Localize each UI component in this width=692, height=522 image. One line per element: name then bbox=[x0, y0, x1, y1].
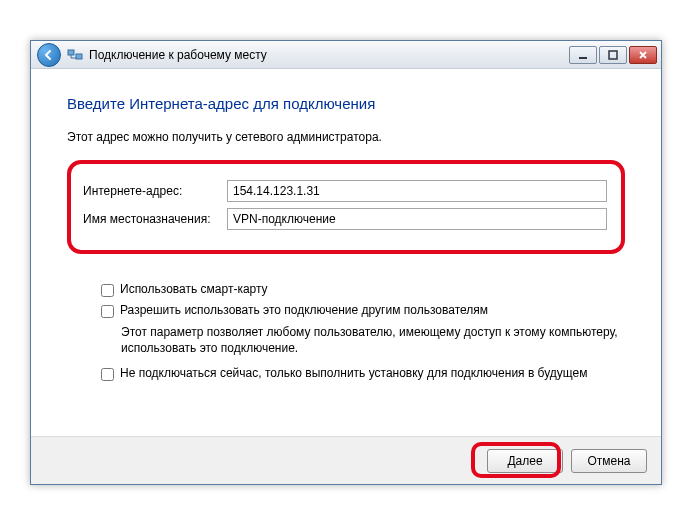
svg-rect-2 bbox=[579, 57, 587, 59]
next-button[interactable]: Далее bbox=[487, 449, 563, 473]
titlebar: Подключение к рабочему месту bbox=[31, 41, 661, 69]
wizard-window: Подключение к рабочему месту Введите Инт… bbox=[30, 40, 662, 485]
setup-only-checkbox[interactable] bbox=[101, 368, 114, 381]
field-group-highlight: Интернете-адрес: Имя местоназначения: bbox=[67, 160, 625, 254]
page-heading: Введите Интернета-адрес для подключения bbox=[67, 95, 625, 112]
destination-name-input[interactable] bbox=[227, 208, 607, 230]
arrow-left-icon bbox=[43, 49, 55, 61]
back-button[interactable] bbox=[37, 43, 61, 67]
close-button[interactable] bbox=[629, 46, 657, 64]
minimize-icon bbox=[578, 50, 588, 60]
svg-rect-3 bbox=[609, 51, 617, 59]
smartcard-checkbox[interactable] bbox=[101, 284, 114, 297]
allow-others-checkbox[interactable] bbox=[101, 305, 114, 318]
setup-only-label: Не подключаться сейчас, только выполнить… bbox=[120, 366, 588, 380]
address-row: Интернете-адрес: bbox=[79, 180, 607, 202]
allow-others-desc: Этот параметр позволяет любому пользоват… bbox=[121, 324, 625, 356]
close-icon bbox=[638, 50, 648, 60]
destination-label: Имя местоназначения: bbox=[79, 212, 227, 226]
app-icon bbox=[67, 47, 83, 63]
svg-rect-0 bbox=[68, 50, 74, 55]
allow-others-row: Разрешить использовать это подключение д… bbox=[101, 303, 625, 318]
smartcard-label: Использовать смарт-карту bbox=[120, 282, 268, 296]
window-controls bbox=[569, 46, 657, 64]
address-label: Интернете-адрес: bbox=[79, 184, 227, 198]
allow-others-label: Разрешить использовать это подключение д… bbox=[120, 303, 488, 317]
window-title: Подключение к рабочему месту bbox=[89, 48, 267, 62]
minimize-button[interactable] bbox=[569, 46, 597, 64]
page-subtext: Этот адрес можно получить у сетевого адм… bbox=[67, 130, 625, 144]
svg-rect-1 bbox=[76, 54, 82, 59]
cancel-button[interactable]: Отмена bbox=[571, 449, 647, 473]
smartcard-row: Использовать смарт-карту bbox=[101, 282, 625, 297]
maximize-button[interactable] bbox=[599, 46, 627, 64]
maximize-icon bbox=[608, 50, 618, 60]
footer: Далее Отмена bbox=[31, 436, 661, 484]
content-area: Введите Интернета-адрес для подключения … bbox=[31, 69, 661, 436]
setup-only-row: Не подключаться сейчас, только выполнить… bbox=[101, 366, 625, 381]
destination-row: Имя местоназначения: bbox=[79, 208, 607, 230]
internet-address-input[interactable] bbox=[227, 180, 607, 202]
